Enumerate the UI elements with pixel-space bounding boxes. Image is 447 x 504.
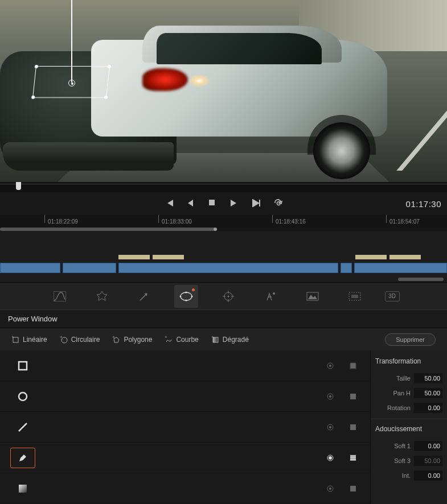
mask-mode-icon[interactable] xyxy=(323,359,337,373)
add-curve-label: Courbe xyxy=(176,336,198,344)
tab-tracker[interactable] xyxy=(216,285,240,308)
scrub-playhead[interactable] xyxy=(16,182,21,190)
timeline-scrollbar[interactable] xyxy=(398,278,444,281)
mask-mode-icon[interactable] xyxy=(323,451,337,465)
soft1-input[interactable]: 0.00 xyxy=(414,441,442,451)
timeline-clip[interactable] xyxy=(63,263,116,273)
shape-toolbar: + Linéaire + Circulaire + Polygone + Cou… xyxy=(0,328,447,350)
svg-point-34 xyxy=(329,456,332,460)
shape-row-polygon[interactable] xyxy=(0,412,370,443)
tab-curves[interactable] xyxy=(48,285,72,308)
mask-invert-icon[interactable] xyxy=(346,359,360,373)
rotation-input[interactable]: 0.00 xyxy=(414,403,442,413)
timeline-clip[interactable] xyxy=(354,263,447,273)
keyframe-strip[interactable] xyxy=(355,255,387,259)
mask-mode-icon[interactable] xyxy=(323,390,337,403)
rotation-label: Rotation xyxy=(387,404,411,411)
svg-point-26 xyxy=(19,393,27,400)
mask-invert-icon[interactable] xyxy=(346,420,360,434)
tab-color-warper[interactable] xyxy=(90,285,114,308)
tracker-center-handle[interactable] xyxy=(68,80,75,86)
svg-rect-12 xyxy=(351,295,358,298)
svg-rect-24 xyxy=(350,363,356,369)
svg-rect-35 xyxy=(350,455,356,461)
svg-point-3 xyxy=(179,295,181,297)
inspector-tab-bar: 3D xyxy=(0,282,447,309)
mask-invert-icon[interactable] xyxy=(346,451,360,465)
tab-qualifier[interactable] xyxy=(132,285,156,308)
svg-rect-36 xyxy=(19,485,27,493)
svg-text:+: + xyxy=(165,336,167,340)
panh-input[interactable]: 50.00 xyxy=(414,388,442,398)
timeline-clip[interactable] xyxy=(118,263,338,273)
step-back-button[interactable] xyxy=(187,199,196,208)
go-to-end-button[interactable] xyxy=(252,199,261,208)
ruler-label: 01:18:54:07 xyxy=(389,218,420,225)
add-gradient-label: Dégradé xyxy=(223,336,249,344)
timeline-clip[interactable] xyxy=(341,263,352,273)
shape-list xyxy=(0,350,370,504)
svg-text:+: + xyxy=(211,336,214,340)
timecode-display[interactable]: 01:17:30 xyxy=(406,199,441,209)
svg-point-8 xyxy=(227,295,229,297)
svg-point-4 xyxy=(191,295,192,297)
go-to-start-button[interactable] xyxy=(165,199,174,208)
int-label: Int. xyxy=(402,472,411,479)
shape-row-gradient[interactable] xyxy=(0,473,370,504)
play-button[interactable] xyxy=(230,199,239,208)
svg-point-31 xyxy=(329,426,331,428)
preview-viewer[interactable] xyxy=(0,0,447,182)
stop-button[interactable] xyxy=(208,199,218,208)
image-lane-marking xyxy=(396,91,447,171)
timeline-ruler[interactable]: 01:18:22:09 01:18:33:00 01:18:43:16 01:1… xyxy=(0,215,447,231)
tab-blur[interactable] xyxy=(301,285,325,308)
loop-button[interactable] xyxy=(273,199,282,208)
mask-mode-icon[interactable] xyxy=(323,482,337,495)
svg-point-38 xyxy=(329,488,331,490)
tracker-handle-line[interactable] xyxy=(71,0,72,82)
panh-label: Pan H xyxy=(393,390,411,396)
scrub-bar[interactable] xyxy=(0,182,447,192)
transform-section-title: Transformation xyxy=(375,357,442,365)
keyframe-strip[interactable] xyxy=(153,255,184,259)
shape-row-circle[interactable] xyxy=(0,381,370,412)
add-curve-button[interactable]: + Courbe xyxy=(165,336,198,344)
ruler-label: 01:18:33:00 xyxy=(162,218,192,225)
add-gradient-button[interactable]: + Dégradé xyxy=(211,336,249,344)
svg-rect-0 xyxy=(209,200,215,205)
add-circle-button[interactable]: + Circulaire xyxy=(60,336,100,344)
timeline-tracks[interactable] xyxy=(0,231,447,282)
svg-point-2 xyxy=(181,292,192,300)
svg-point-5 xyxy=(185,291,187,293)
tab-magic-mask[interactable] xyxy=(259,285,282,308)
gradient-icon xyxy=(10,478,35,499)
svg-point-28 xyxy=(329,395,331,398)
soft3-input[interactable]: 50.00 xyxy=(414,456,442,466)
pen-icon xyxy=(10,448,35,468)
tab-3d[interactable]: 3D xyxy=(385,291,400,301)
svg-point-9 xyxy=(273,292,275,295)
tab-key[interactable] xyxy=(343,285,367,308)
add-polygon-label: Polygone xyxy=(124,336,152,344)
keyframe-strip[interactable] xyxy=(118,255,150,259)
properties-panel: Transformation Taille50.00 Pan H50.00 Ro… xyxy=(370,350,447,504)
shape-row-linear[interactable] xyxy=(0,350,370,381)
mask-invert-icon[interactable] xyxy=(346,390,360,403)
svg-rect-32 xyxy=(350,424,356,430)
add-linear-button[interactable]: + Linéaire xyxy=(11,336,47,344)
timeline-clip[interactable] xyxy=(0,263,60,273)
shape-row-curve[interactable] xyxy=(0,443,370,473)
line-icon xyxy=(10,417,35,437)
svg-text:+: + xyxy=(11,336,14,340)
int-input[interactable]: 0.00 xyxy=(414,470,442,481)
delete-button[interactable]: Supprimer xyxy=(385,333,436,346)
tab-power-window[interactable] xyxy=(174,285,198,308)
keyframe-strip[interactable] xyxy=(389,255,421,259)
soft3-label: Soft 3 xyxy=(394,457,411,464)
add-polygon-button[interactable]: + Polygone xyxy=(112,336,152,344)
svg-rect-29 xyxy=(350,394,356,399)
size-input[interactable]: 50.00 xyxy=(414,373,442,383)
mask-mode-icon[interactable] xyxy=(323,420,337,434)
mask-invert-icon[interactable] xyxy=(346,482,360,495)
svg-point-6 xyxy=(185,299,187,301)
